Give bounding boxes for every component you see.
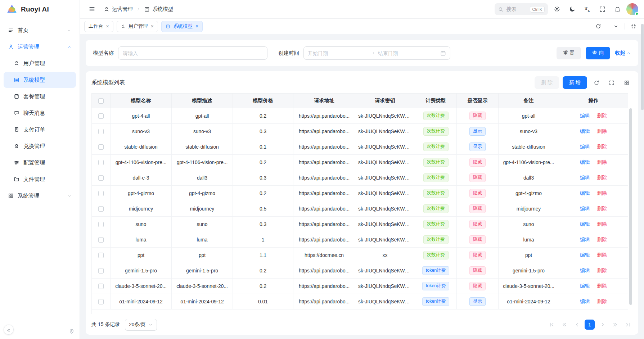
add-button[interactable]: 新 增 — [563, 76, 587, 89]
delete-link[interactable]: 删除 — [597, 268, 607, 273]
sidebar-subitem[interactable]: 聊天消息 — [4, 105, 76, 121]
sidebar-item-operations[interactable]: 运营管理 — [4, 39, 76, 55]
row-checkbox[interactable] — [98, 253, 104, 258]
row-checkbox[interactable] — [98, 268, 104, 274]
row-checkbox[interactable] — [98, 206, 104, 212]
tab-workbench[interactable]: 工作台 × — [84, 21, 113, 32]
settings-button[interactable] — [551, 3, 563, 15]
page-scrollbar-thumb[interactable] — [641, 24, 644, 110]
logo[interactable]: Ruoyi AI — [0, 0, 80, 19]
row-checkbox[interactable] — [98, 129, 104, 134]
refresh-table-button[interactable] — [591, 77, 602, 89]
row-checkbox[interactable] — [98, 144, 104, 150]
cell-visible: 显示 — [457, 124, 499, 139]
edit-link[interactable]: 编辑 — [580, 113, 590, 118]
close-icon[interactable]: × — [106, 24, 109, 29]
sidebar-subitem[interactable]: 文件管理 — [4, 171, 76, 187]
query-button[interactable]: 查 询 — [586, 47, 610, 59]
sidebar-item-home[interactable]: 首页 — [4, 22, 76, 38]
tab-system-models[interactable]: 系统模型 × — [161, 21, 203, 32]
delete-link[interactable]: 删除 — [597, 206, 607, 211]
row-checkbox[interactable] — [98, 175, 104, 181]
row-checkbox[interactable] — [98, 191, 104, 196]
collapse-filter-link[interactable]: 收起 — [615, 50, 631, 56]
batch-delete-button[interactable]: 删 除 — [535, 76, 559, 89]
delete-link[interactable]: 删除 — [597, 159, 607, 165]
column-settings-button[interactable] — [621, 77, 632, 89]
sidebar-subitem[interactable]: 系统模型 — [4, 72, 76, 88]
fullscreen-button[interactable] — [596, 3, 608, 15]
cell-checkbox — [92, 155, 111, 170]
edit-link[interactable]: 编辑 — [580, 237, 590, 242]
row-checkbox[interactable] — [98, 222, 104, 227]
current-page-button[interactable]: 1 — [585, 320, 595, 330]
delete-link[interactable]: 删除 — [597, 144, 607, 149]
jump-next-button[interactable] — [610, 320, 620, 330]
delete-link[interactable]: 删除 — [597, 299, 607, 304]
sidebar-pin-button[interactable] — [69, 328, 75, 334]
breadcrumb-item[interactable]: 系统模型 — [144, 6, 173, 13]
cell-model-price: 1.1 — [233, 248, 293, 263]
row-checkbox[interactable] — [98, 299, 104, 304]
start-date-input[interactable] — [308, 50, 368, 56]
sidebar-subitem[interactable]: 套餐管理 — [4, 89, 76, 104]
delete-link[interactable]: 删除 — [597, 252, 607, 258]
edit-link[interactable]: 编辑 — [580, 299, 590, 304]
sidebar-toggle-button[interactable] — [86, 3, 98, 15]
breadcrumb-item[interactable]: 运营管理 — [104, 6, 133, 13]
sidebar-item-system[interactable]: 系统管理 — [4, 188, 76, 204]
content-fullscreen-button[interactable] — [627, 20, 640, 32]
delete-link[interactable]: 删除 — [597, 237, 607, 242]
edit-link[interactable]: 编辑 — [580, 128, 590, 134]
table-scrollbar-thumb[interactable] — [629, 108, 632, 305]
row-checkbox[interactable] — [98, 284, 104, 289]
close-icon[interactable]: × — [151, 24, 154, 29]
global-search[interactable]: 搜索 Ctrl K — [495, 3, 548, 15]
edit-link[interactable]: 编辑 — [580, 159, 590, 165]
avatar[interactable] — [626, 3, 638, 15]
model-name-input[interactable] — [118, 46, 267, 60]
notifications-button[interactable] — [611, 3, 623, 15]
tab-menu-button[interactable] — [610, 20, 622, 32]
page-size-select[interactable]: 20条/页 — [125, 319, 157, 331]
sidebar-subitem[interactable]: 支付订单 — [4, 122, 76, 137]
edit-link[interactable]: 编辑 — [580, 175, 590, 180]
last-page-button[interactable] — [623, 320, 632, 330]
edit-link[interactable]: 编辑 — [580, 190, 590, 196]
end-date-input[interactable] — [378, 50, 438, 56]
delete-link[interactable]: 删除 — [597, 113, 607, 118]
row-checkbox[interactable] — [98, 237, 104, 243]
first-page-button[interactable] — [547, 320, 557, 330]
edit-link[interactable]: 编辑 — [580, 268, 590, 273]
delete-link[interactable]: 删除 — [597, 128, 607, 134]
close-icon[interactable]: × — [195, 24, 198, 29]
tab-user-management[interactable]: 用户管理 × — [117, 21, 158, 32]
prev-page-button[interactable] — [572, 320, 582, 330]
edit-link[interactable]: 编辑 — [580, 144, 590, 149]
models-table: 模型名称 模型描述 模型价格 请求地址 请求密钥 计费类型 是否显示 备注 操作 — [91, 93, 628, 314]
edit-link[interactable]: 编辑 — [580, 221, 590, 227]
sidebar-subitem[interactable]: 配置管理 — [4, 155, 76, 171]
delete-link[interactable]: 删除 — [597, 221, 607, 227]
refresh-tab-button[interactable] — [592, 20, 604, 32]
sidebar-collapse-button[interactable]: « — [4, 325, 14, 335]
date-range-picker[interactable] — [303, 46, 450, 60]
delete-link[interactable]: 删除 — [597, 283, 607, 289]
language-button[interactable]: 文A — [581, 3, 593, 15]
sidebar-subitem[interactable]: 兑换管理 — [4, 138, 76, 154]
row-checkbox[interactable] — [98, 160, 104, 165]
delete-link[interactable]: 删除 — [597, 175, 607, 180]
edit-link[interactable]: 编辑 — [580, 206, 590, 211]
sidebar-subitem[interactable]: 用户管理 — [4, 55, 76, 71]
edit-link[interactable]: 编辑 — [580, 252, 590, 258]
delete-link[interactable]: 删除 — [597, 190, 607, 196]
select-all-checkbox[interactable] — [98, 98, 104, 104]
row-checkbox[interactable] — [98, 113, 104, 119]
next-page-button[interactable] — [598, 320, 607, 330]
reset-button[interactable]: 重 置 — [557, 47, 581, 59]
cell-model-desc: luma — [172, 232, 233, 248]
theme-toggle-button[interactable] — [566, 3, 578, 15]
table-fullscreen-button[interactable] — [606, 77, 617, 89]
edit-link[interactable]: 编辑 — [580, 283, 590, 289]
jump-prev-button[interactable] — [559, 320, 569, 330]
